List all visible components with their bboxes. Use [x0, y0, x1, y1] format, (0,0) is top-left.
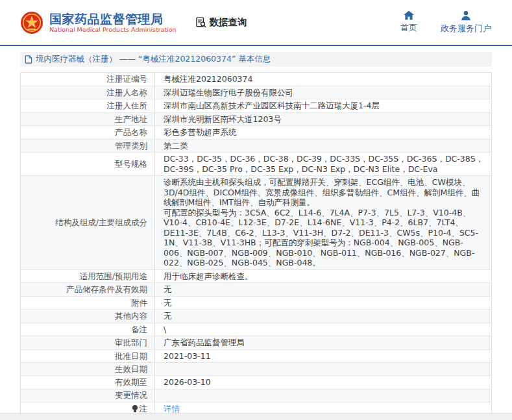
- site-title: 国家药品监督管理局: [49, 12, 177, 26]
- field-label: 变更情况: [21, 389, 155, 402]
- table-row: 附件 无: [21, 297, 491, 310]
- site-subtitle: National Medical Products Administration: [49, 26, 177, 34]
- field-value: 诊断系统由主机和探头组成，可配置脚踏开关、穿刺架、ECG组件、电池、CW模块、3…: [155, 176, 491, 269]
- field-label-text: 型号规格: [115, 159, 147, 169]
- field-value: 第二类: [155, 140, 491, 153]
- table-row: 产品储存条件及有效期 无: [21, 283, 491, 297]
- nav-item-gov-portal[interactable]: 政务服务门户: [441, 10, 491, 34]
- table-row: 产品名称 彩色多普勒超声系统: [21, 126, 491, 140]
- field-label-text: 有效期至: [115, 377, 147, 388]
- field-value: 无: [155, 310, 491, 323]
- field-label: 附件: [21, 297, 155, 310]
- main-content: 境内医疗器械（注册） —— “粤械注准20212060374” 基本信息 注册证…: [0, 52, 512, 416]
- field-value: 深圳市光明新区南环大道1203号: [155, 113, 491, 126]
- field-label: 适用范围/预期用途: [21, 270, 155, 283]
- field-label-text: 注册人名称: [107, 88, 148, 98]
- field-label: 批准日期: [21, 350, 155, 363]
- field-label-text: 审批部门: [115, 338, 147, 348]
- china-national-emblem-icon: [20, 11, 43, 34]
- field-label: 其他内容: [21, 310, 155, 323]
- field-value: 无: [155, 283, 491, 296]
- registration-info-table: 注册证编号 粤械注准20212060374 注册人名称 深圳迈瑞生物医疗电子股份…: [20, 72, 492, 416]
- nav-home-label: 首页: [400, 22, 417, 34]
- field-label-text: 结构及组成/主要组成成分: [55, 217, 147, 228]
- note-icon: [132, 405, 138, 412]
- table-row: 适用范围/预期用途 用于临床超声诊断检查。: [21, 270, 491, 284]
- table-row: 注册证编号 粤械注准20212060374: [21, 73, 491, 86]
- field-label: 注册人名称: [21, 86, 155, 99]
- breadcrumb-text: 境内医疗器械（注册） —— “粤械注准20212060374” 基本信息: [36, 54, 271, 65]
- document-search-icon: [195, 16, 207, 29]
- field-label: 注册证编号: [21, 73, 155, 86]
- field-value: 用于临床超声诊断检查。: [155, 270, 491, 283]
- table-row: 有效期至 2026-03-10: [21, 376, 491, 389]
- field-label: 产品储存条件及有效期: [21, 283, 155, 296]
- field-label-text: 产品储存条件及有效期: [66, 284, 147, 295]
- footer-strip: [0, 413, 512, 420]
- field-value: 无: [155, 297, 491, 310]
- field-label: 有效期至: [21, 376, 155, 389]
- table-row: 生效日期: [21, 363, 491, 376]
- field-label-text: 其他内容: [115, 311, 147, 321]
- field-label-text: 生效日期: [115, 364, 147, 375]
- field-value: DC-33，DC-35，DC-36，DC-38，DC-39，DC-33S，DC-…: [155, 153, 491, 175]
- table-row: 备注 \: [21, 323, 491, 337]
- field-label-text: 适用范围/预期用途: [80, 271, 147, 282]
- header-divider: [0, 45, 512, 46]
- header-nav: 首页 政务服务门户: [400, 10, 494, 34]
- field-label-text: 变更情况: [115, 390, 147, 401]
- table-row: 审批部门 广东省药品监督管理局: [21, 336, 491, 350]
- brand: 国家药品监督管理局 National Medical Products Admi…: [49, 12, 177, 34]
- field-label-text: 注册证编号: [107, 74, 148, 84]
- field-label-text: 备注: [131, 325, 147, 335]
- home-icon: [404, 10, 414, 20]
- field-label-text: 附件: [131, 298, 147, 308]
- field-label-text: 生产地址: [115, 114, 147, 125]
- site-header: 国家药品监督管理局 National Medical Products Admi…: [0, 0, 512, 45]
- field-label-text: 注册人住所: [107, 101, 148, 111]
- table-row: 型号规格 DC-33，DC-35，DC-36，DC-38，DC-39，DC-33…: [21, 153, 491, 176]
- table-row: 变更情况: [21, 389, 491, 402]
- field-label: 结构及组成/主要组成成分: [21, 176, 155, 269]
- table-row: 其他内容 无: [21, 310, 491, 323]
- field-value: 深圳市南山区高新技术产业园区科技南十二路迈瑞大厦1-4层: [155, 99, 491, 112]
- field-label: 备注: [21, 323, 155, 336]
- table-row: 生产地址 深圳市光明新区南环大道1203号: [21, 113, 491, 127]
- document-icon: [25, 55, 32, 64]
- field-value: [155, 389, 491, 402]
- field-label: 审批部门: [21, 336, 155, 349]
- field-value: 2026-03-10: [155, 376, 491, 389]
- table-row: 注册人住所 深圳市南山区高新技术产业园区科技南十二路迈瑞大厦1-4层: [21, 99, 491, 113]
- table-row: 批准日期 2021-03-11: [21, 350, 491, 364]
- field-value: 广东省药品监督管理局: [155, 336, 491, 349]
- table-row: 注册人名称 深圳迈瑞生物医疗电子股份有限公司: [21, 86, 491, 100]
- field-label: 产品名称: [21, 126, 155, 139]
- field-label: 生效日期: [21, 363, 155, 375]
- field-label: 注册人住所: [21, 99, 155, 112]
- field-value: 彩色多普勒超声系统: [155, 126, 491, 139]
- nav-item-home[interactable]: 首页: [400, 10, 417, 34]
- field-label-text: 产品名称: [115, 127, 147, 138]
- data-query-label: 数据查询: [210, 16, 247, 29]
- field-value: 2021-03-11: [155, 350, 491, 363]
- field-value: \: [155, 323, 491, 336]
- data-query-button[interactable]: 数据查询: [195, 16, 247, 29]
- breadcrumb: 境内医疗器械（注册） —— “粤械注准20212060374” 基本信息: [20, 52, 492, 67]
- field-label: 管理类别: [21, 140, 155, 153]
- table-row: 管理类别 第二类: [21, 140, 491, 153]
- detail-link[interactable]: 详情: [164, 404, 180, 414]
- field-label-text: 批准日期: [115, 351, 147, 362]
- field-value: [155, 363, 491, 375]
- table-row: 结构及组成/主要组成成分 诊断系统由主机和探头组成，可配置脚踏开关、穿刺架、EC…: [21, 176, 491, 270]
- field-label: 型号规格: [21, 153, 155, 175]
- user-icon: [461, 10, 471, 21]
- nav-gov-portal-label: 政务服务门户: [441, 23, 491, 34]
- field-label: 生产地址: [21, 113, 155, 126]
- field-label-text: 注: [140, 404, 148, 414]
- field-value: 粤械注准20212060374: [155, 73, 491, 86]
- field-label-text: 管理类别: [115, 141, 147, 151]
- field-value: 深圳迈瑞生物医疗电子股份有限公司: [155, 86, 491, 99]
